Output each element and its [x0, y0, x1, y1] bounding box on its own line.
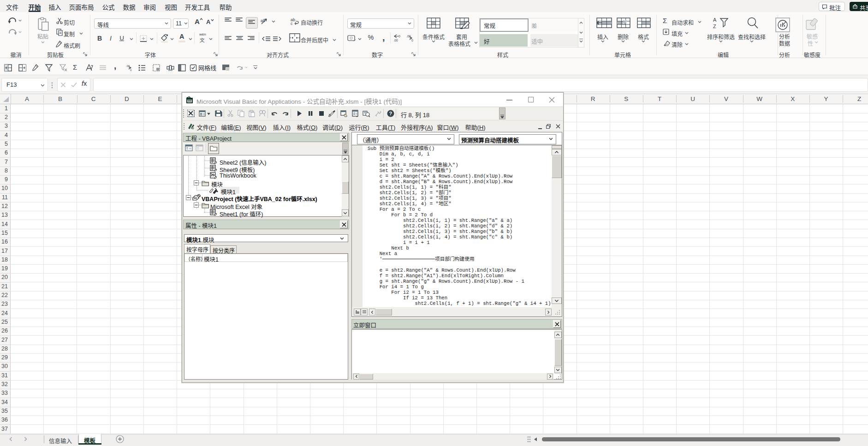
svg-text:.00: .00 — [406, 35, 411, 38]
svg-text:0: 0 — [398, 35, 400, 38]
svg-text:0: 0 — [130, 69, 132, 71]
svg-text:ab: ab — [261, 18, 265, 23]
svg-text:?: ? — [389, 111, 392, 116]
svg-text:0: 0 — [411, 39, 413, 42]
svg-text:.00: .00 — [126, 65, 130, 67]
svg-text:A: A — [713, 17, 717, 23]
svg-text:Z: Z — [713, 24, 716, 29]
svg-text:.00: .00 — [393, 39, 398, 42]
svg-text:c: c — [291, 21, 293, 25]
